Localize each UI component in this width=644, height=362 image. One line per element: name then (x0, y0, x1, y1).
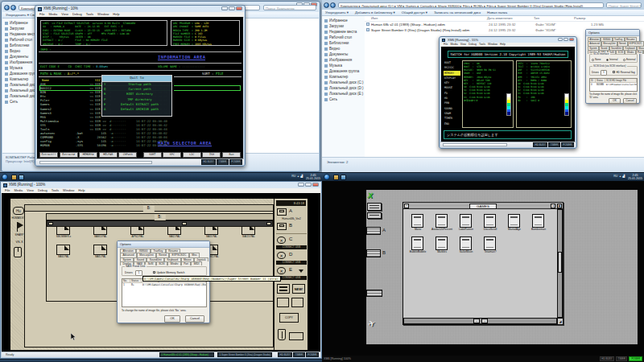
cancel-button[interactable]: Cancel (185, 315, 204, 323)
scroll-thumb[interactable] (558, 252, 562, 273)
switch-menu-item[interactable]: END (444, 121, 460, 126)
radio-internal[interactable]: Internal (606, 58, 617, 61)
forward-icon[interactable]: › (330, 2, 336, 8)
ok-button[interactable]: OK (609, 98, 621, 105)
floppy-icon[interactable] (289, 332, 303, 340)
column-header-type[interactable]: Тип (534, 16, 574, 21)
taskbar-app-icon[interactable] (19, 175, 24, 180)
drive-bar-b[interactable] (366, 249, 381, 257)
scroll-left-button[interactable] (48, 222, 53, 225)
game-icon-item[interactable]: Tetaiman? (484, 237, 497, 253)
tab[interactable]: MIDI (191, 261, 202, 265)
tab[interactable]: MercuryUnit (601, 41, 617, 45)
sidebar-item[interactable]: Избранное (322, 18, 365, 23)
language-indicator[interactable]: RU (291, 175, 295, 178)
close-button[interactable] (312, 183, 319, 187)
tab[interactable]: Windrv (167, 261, 181, 265)
game-icon-item[interactable]: BubbleBobble (411, 237, 424, 253)
function-key[interactable]: MELPAR (99, 152, 118, 158)
taskbar-app-icon[interactable] (11, 175, 17, 180)
image-file-list[interactable]: No.StatusSASI HD Image File 18+D:\VM\Gam… (122, 278, 207, 307)
game-icon-item[interactable]: Mario (411, 214, 424, 231)
toolbar-button[interactable]: Добавить в библиотеку ▾ (355, 10, 395, 15)
desk-accessory-button[interactable] (367, 203, 382, 211)
function-key[interactable]: ISH (202, 152, 221, 158)
minimize-button[interactable] (221, 6, 228, 10)
system-tray[interactable]: RU▴▟ (291, 175, 303, 178)
tab[interactable]: Misc (189, 253, 200, 257)
sidebar-item[interactable]: Локальный диск (D:) (322, 85, 365, 91)
scroll-left-button[interactable]: ‹ (473, 319, 480, 323)
sidebar-item[interactable]: Недавние места (322, 29, 365, 35)
taskbar-clock[interactable]: 2:4525.01.2015 (306, 174, 320, 181)
file-row[interactable]: Human 68k v2.01 (1989) (Sharp - Hudson).… (365, 22, 644, 27)
minimize-button[interactable] (298, 183, 304, 187)
function-key[interactable]: SPC (163, 152, 181, 158)
drives-stepper[interactable]: 1 (601, 70, 607, 76)
hd-reversal-checkbox[interactable]: HD Reversal flag (613, 71, 635, 74)
folder-icon[interactable] (277, 298, 289, 307)
emulator-screen[interactable]: Hu HUMAN.SYS SHARP VS.X B: B: SBOMBER.xB… (2, 193, 320, 352)
system-tray[interactable]: RU▴▟ (613, 175, 625, 178)
tab[interactable]: EXPSCSI2C (628, 41, 644, 45)
function-key[interactable]: Extract!! (39, 152, 58, 158)
tab[interactable]: Port (181, 261, 192, 265)
quit-menu-item[interactable]: ADefault ARCHIVE path (102, 107, 171, 112)
floppy-b-icon[interactable] (277, 223, 287, 230)
window-titlebar[interactable]: ▪ GAMES ◂ ▣ (403, 203, 563, 209)
disk-c-icon[interactable]: ✕ (277, 237, 286, 244)
drives-stepper[interactable]: 1 (135, 270, 142, 277)
column-header-date[interactable]: Дата изменения (487, 16, 534, 21)
copier-icon[interactable]: COPY (279, 313, 299, 323)
function-key[interactable]: Run (222, 152, 241, 158)
language-indicator[interactable]: RU (613, 175, 617, 178)
taskbar-clock[interactable]: 2:4525.01.2015 (628, 174, 642, 181)
ok-button[interactable]: OK (164, 315, 180, 323)
maximize-button[interactable] (229, 6, 235, 10)
network-icon[interactable]: ▟ (300, 175, 303, 178)
sidebar-item[interactable]: Домашняя группа (322, 68, 365, 74)
connect-button[interactable]: CONNECT USB (276, 245, 307, 249)
games-window[interactable]: ▪ GAMES ◂ ▣ MarioAsuka120PercentLodeRunn… (402, 202, 564, 325)
taskbar-sliver[interactable] (0, 359, 322, 362)
close-button[interactable] (569, 38, 574, 41)
volume-icon[interactable]: ▴ (619, 175, 621, 178)
scroll-right-button[interactable] (266, 222, 271, 225)
column-header-size[interactable]: Размер (574, 16, 602, 21)
update-memory-checkbox[interactable]: ✓Update Memory Switch (153, 271, 184, 274)
scroll-thumb[interactable] (182, 222, 187, 225)
tab[interactable]: Nereid (156, 253, 169, 257)
emulator-screen[interactable]: LHES LU FILE EXTRACT SELECTOR version 0.… (37, 17, 243, 159)
back-icon[interactable]: ‹ (4, 5, 10, 10)
human-sys-icon[interactable]: Hu (13, 207, 24, 215)
taskbar-app-icon[interactable] (333, 175, 339, 180)
start-button[interactable] (324, 174, 330, 180)
column-header-name[interactable]: Имя (365, 16, 487, 21)
tab[interactable]: Advanced (120, 253, 137, 257)
paper-plane-icon[interactable]: ✈ (366, 318, 377, 330)
sidebar-item[interactable]: Локальный диск (E:) (322, 91, 365, 97)
connect-button[interactable]: CONNECT USB (276, 261, 307, 265)
sidebar-item[interactable]: Рабочий стол (322, 35, 365, 40)
game-icon-item[interactable]: Bomberman (532, 214, 545, 231)
radio-none[interactable]: None (592, 58, 601, 61)
close-button[interactable] (236, 6, 242, 10)
tab[interactable]: Nereid (617, 41, 628, 45)
tab[interactable]: SCSI (156, 261, 167, 265)
sidebar-item[interactable]: Документы (322, 51, 365, 57)
search-input[interactable]: Поиск: Компьютер (263, 5, 316, 10)
new-button[interactable]: NEW! (292, 284, 305, 294)
search-input[interactable]: Поиск: Super Street Bomber II (606, 2, 642, 8)
sidebar-item[interactable]: Изображения (322, 57, 365, 63)
tab[interactable]: EXPSCSI2C (169, 253, 189, 257)
desk-accessory-button[interactable] (367, 212, 382, 219)
tab[interactable]: Advanced (588, 41, 601, 45)
game-icon-item[interactable]: Asuka120Percent (436, 214, 448, 231)
sidebar-item[interactable]: Сеть (322, 97, 365, 102)
volume-icon[interactable]: ▴ (297, 175, 299, 178)
disk-e-icon[interactable]: ✕ (277, 267, 286, 274)
game-icon-item[interactable]: DiscoScroll (484, 214, 497, 231)
mouse-icon[interactable] (14, 247, 22, 257)
tab[interactable]: SxSI (145, 261, 156, 265)
game-icon-item[interactable]: SailorMoon (460, 237, 473, 253)
